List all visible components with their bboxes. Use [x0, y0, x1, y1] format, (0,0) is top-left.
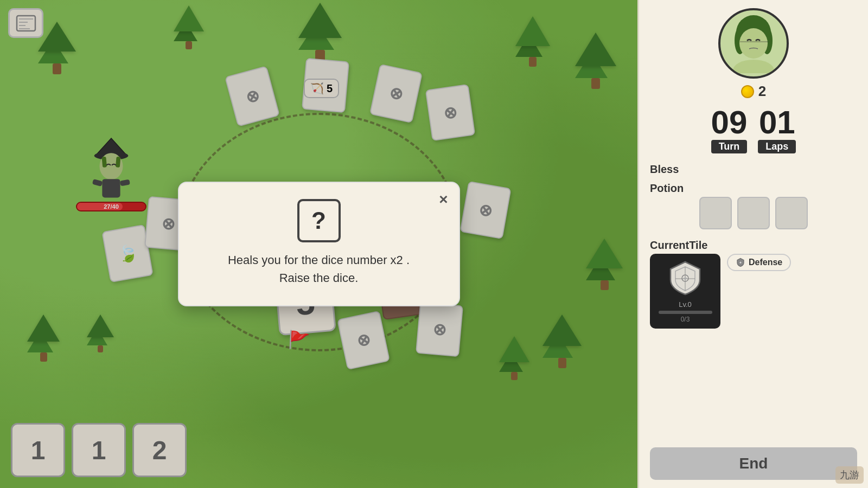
- watermark: 九游: [835, 466, 864, 484]
- game-board: ⊗ ⊗ 🏹 5 ⊗ ⊗ 🍃 ⊗ ⊗ ⊗ ⊗ ⊗ 5 🚩 ★: [0, 0, 637, 488]
- modal-text-line1: Heals you for the dice number x2 .: [228, 253, 410, 267]
- tile-level: Lv.0: [679, 300, 692, 309]
- modal-description: Heals you for the dice number x2 . Raise…: [228, 251, 410, 287]
- coin-icon: [741, 85, 754, 98]
- svg-point-13: [739, 28, 768, 59]
- current-tile-area: + Lv.0 0/3 + Defense: [650, 254, 857, 329]
- svg-text:+: +: [683, 274, 687, 282]
- defense-label: Defense: [749, 258, 782, 267]
- modal-text-line2: Raise the dice.: [279, 271, 359, 285]
- potion-slots: [699, 197, 808, 229]
- modal-question-mark: ?: [311, 207, 326, 234]
- stats-row: 09 Turn 01 Laps: [650, 106, 857, 153]
- defense-shield-icon: +: [736, 258, 745, 267]
- svg-text:+: +: [739, 261, 742, 265]
- watermark-text: 九游: [840, 470, 859, 480]
- coin-count: 2: [758, 83, 766, 100]
- tile-progress-bar: [659, 311, 712, 314]
- modal-icon-box: ?: [297, 199, 341, 242]
- defense-badge: + Defense: [727, 254, 791, 271]
- modal-overlay: × ? Heals you for the dice number x2 . R…: [0, 0, 637, 488]
- defense-info: + Defense: [727, 259, 791, 271]
- avatar-sprite: [724, 14, 783, 73]
- svg-point-9: [733, 60, 774, 73]
- bless-label: Bless: [650, 163, 679, 176]
- tile-progress-text: 0/3: [681, 316, 690, 323]
- potion-label: Potion: [650, 182, 684, 195]
- end-button[interactable]: End: [650, 447, 857, 480]
- shield-icon-large: +: [666, 259, 704, 297]
- sidebar: 2 09 Turn 01 Laps Bless Potion CurrentTi…: [637, 0, 868, 488]
- laps-label: Laps: [758, 140, 796, 153]
- laps-stat: 01 Laps: [758, 106, 796, 153]
- coin-row: 2: [741, 83, 766, 100]
- turn-stat: 09 Turn: [711, 106, 748, 153]
- potion-slot-3[interactable]: [775, 197, 808, 229]
- laps-number: 01: [759, 106, 795, 139]
- potion-slot-1[interactable]: [699, 197, 732, 229]
- modal-close-button[interactable]: ×: [439, 191, 448, 208]
- turn-label: Turn: [711, 140, 748, 153]
- current-tile-label: CurrentTile: [650, 239, 707, 252]
- player-avatar: [718, 8, 789, 79]
- potion-slot-2[interactable]: [737, 197, 770, 229]
- modal-dialog: × ? Heals you for the dice number x2 . R…: [178, 182, 460, 306]
- tile-card: + Lv.0 0/3: [650, 254, 720, 329]
- turn-number: 09: [711, 106, 748, 139]
